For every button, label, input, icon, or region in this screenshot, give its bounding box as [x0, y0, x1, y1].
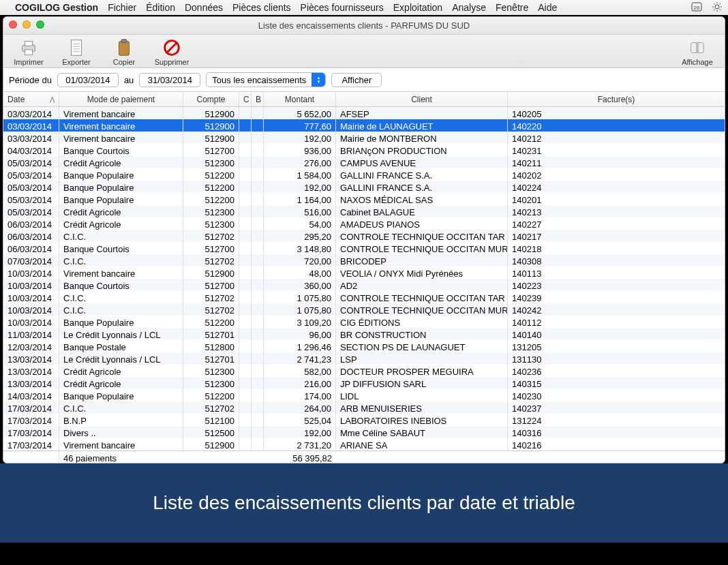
- sort-asc-icon: ⋀: [50, 96, 55, 103]
- table-row[interactable]: 03/03/2014Virement bancaire512900192,00M…: [3, 132, 725, 144]
- table-row[interactable]: 04/03/2014Banque Courtois512700936,00BRI…: [3, 144, 725, 156]
- menubar-item[interactable]: Édition: [146, 2, 175, 13]
- period-to-label: au: [124, 75, 134, 85]
- table-row[interactable]: 17/03/2014Divers ..512500192,00Mme Célin…: [3, 426, 725, 438]
- display-label: Affichage: [682, 58, 713, 66]
- print-button[interactable]: Imprimer: [9, 37, 48, 66]
- export-label: Exporter: [62, 58, 91, 66]
- period-from-label: Période du: [9, 75, 52, 85]
- table-header: Date⋀ Mode de paiement Compte C B Montan…: [3, 92, 725, 107]
- table-row[interactable]: 10/03/2014C.I.C.5127021 075,80CONTROLE T…: [3, 303, 725, 316]
- table-row[interactable]: 13/03/2014Crédit Agricole512300216,00JP …: [3, 377, 725, 389]
- system-menubar: COGILOG Gestion Fichier Édition Données …: [0, 0, 728, 15]
- print-label: Imprimer: [14, 58, 43, 66]
- svg-line-10: [714, 9, 715, 10]
- delete-label: Supprimer: [155, 58, 189, 66]
- col-b[interactable]: B: [252, 92, 264, 106]
- svg-rect-24: [696, 43, 699, 53]
- menubar-item[interactable]: Aide: [538, 2, 557, 13]
- gear-icon[interactable]: [712, 1, 723, 14]
- table-row[interactable]: 13/03/2014Crédit Agricole512300582,00DOC…: [3, 365, 725, 377]
- table-row[interactable]: 13/03/2014Le Crédit Lyonnais / LCL512701…: [3, 352, 725, 365]
- menubar-item[interactable]: Pièces clients: [232, 2, 291, 13]
- table-row[interactable]: 05/03/2014Banque Populaire512200192,00GA…: [3, 181, 725, 193]
- table-footer: 46 paiements 56 395,82: [3, 451, 725, 463]
- footer-count: 46 paiements: [59, 451, 183, 463]
- display-button[interactable]: Affichage: [676, 37, 719, 66]
- table-row[interactable]: 03/03/2014Virement bancaire512900777,60M…: [3, 119, 725, 132]
- svg-rect-12: [25, 42, 32, 46]
- table-row[interactable]: 06/03/2014C.I.C.512702295,20CONTROLE TEC…: [3, 230, 725, 242]
- col-factures[interactable]: Facture(s): [508, 92, 725, 106]
- calendar-icon[interactable]: 26: [691, 1, 702, 14]
- table-row[interactable]: 10/03/2014Virement bancaire51290048,00VE…: [3, 266, 725, 279]
- delete-button[interactable]: Supprimer: [152, 37, 192, 66]
- menubar-item[interactable]: Analyse: [452, 2, 486, 13]
- table-row[interactable]: 05/03/2014Banque Populaire5122001 164,00…: [3, 193, 725, 205]
- table-row[interactable]: 10/03/2014Banque Populaire5122003 109,20…: [3, 316, 725, 328]
- table-row[interactable]: 17/03/2014C.I.C.512702264,00ARB MENUISER…: [3, 401, 725, 414]
- toolbar: Imprimer Exporter Copier Supprimer Affic…: [3, 35, 725, 68]
- table-row[interactable]: 11/03/2014Le Crédit Lyonnais / LCL512701…: [3, 328, 725, 340]
- window-title: Liste des encaissements clients - PARFUM…: [258, 20, 470, 31]
- table-row[interactable]: 06/03/2014Banque Courtois5127003 148,80C…: [3, 242, 725, 254]
- svg-line-8: [720, 9, 721, 10]
- export-button[interactable]: Exporter: [57, 37, 96, 66]
- svg-line-22: [167, 43, 177, 53]
- table-body: 03/03/2014Virement bancaire5129005 652,0…: [3, 107, 725, 451]
- footer-total: 56 395,82: [264, 451, 336, 463]
- filter-bar: Période du au Tous les encaissements ▲▼ …: [3, 68, 725, 92]
- table-row[interactable]: 12/03/2014Banque Postale5128001 296,46SE…: [3, 340, 725, 352]
- col-montant[interactable]: Montant: [264, 92, 336, 106]
- printer-icon: [18, 37, 39, 58]
- svg-text:26: 26: [694, 5, 700, 11]
- table-row[interactable]: 17/03/2014B.N.P512100525,04LABORATOIRES …: [3, 414, 725, 426]
- copy-label: Copier: [113, 58, 135, 66]
- window-close-button[interactable]: [9, 20, 17, 29]
- svg-line-9: [720, 3, 721, 5]
- svg-line-7: [714, 3, 715, 5]
- forbidden-icon: [162, 37, 182, 58]
- slide-caption: Liste des encaissements clients par date…: [0, 463, 728, 543]
- table-row[interactable]: 05/03/2014Crédit Agricole512300276,00CAM…: [3, 156, 725, 168]
- date-from-input[interactable]: [57, 73, 119, 87]
- svg-rect-20: [121, 40, 127, 43]
- window-zoom-button[interactable]: [36, 20, 44, 29]
- copy-button[interactable]: Copier: [104, 37, 144, 66]
- table-row[interactable]: 10/03/2014Banque Courtois512700360,00AD2…: [3, 279, 725, 291]
- svg-rect-19: [119, 42, 130, 56]
- window-minimize-button[interactable]: [22, 20, 31, 29]
- clipboard-icon: [114, 37, 134, 58]
- col-mode[interactable]: Mode de paiement: [59, 92, 183, 106]
- table-row[interactable]: 17/03/2014Virement bancaire5129002 731,2…: [3, 438, 725, 451]
- switch-icon: [687, 37, 708, 58]
- col-c[interactable]: C: [239, 92, 252, 106]
- menubar-item[interactable]: Pièces fournisseurs: [301, 2, 384, 13]
- chevron-updown-icon: ▲▼: [312, 73, 325, 87]
- table-row[interactable]: 03/03/2014Virement bancaire5129005 652,0…: [3, 107, 725, 119]
- table-row[interactable]: 14/03/2014Banque Populaire512200174,00LI…: [3, 389, 725, 401]
- menubar-item[interactable]: Fenêtre: [496, 2, 528, 13]
- table-row[interactable]: 05/03/2014Banque Populaire5122001 584,00…: [3, 168, 725, 181]
- filter-select-value: Tous les encaissements: [212, 75, 306, 85]
- svg-rect-13: [25, 50, 32, 55]
- svg-point-2: [715, 5, 719, 9]
- col-client[interactable]: Client: [336, 92, 508, 106]
- svg-rect-14: [72, 40, 82, 56]
- table-row[interactable]: 06/03/2014Crédit Agricole51230054,00AMAD…: [3, 217, 725, 230]
- menubar-item[interactable]: Données: [185, 2, 223, 13]
- main-window: Liste des encaissements clients - PARFUM…: [3, 16, 725, 463]
- table-row[interactable]: 05/03/2014Crédit Agricole512300516,00Cab…: [3, 205, 725, 217]
- date-to-input[interactable]: [139, 73, 200, 87]
- menubar-item[interactable]: Exploitation: [393, 2, 442, 13]
- show-button[interactable]: Afficher: [331, 73, 382, 87]
- table-row[interactable]: 10/03/2014C.I.C.5127021 075,80CONTROLE T…: [3, 291, 725, 303]
- document-icon: [66, 37, 87, 58]
- col-date[interactable]: Date⋀: [3, 92, 59, 106]
- table-row[interactable]: 07/03/2014C.I.C.512702720,00BRICODEP1403…: [3, 254, 725, 266]
- window-titlebar: Liste des encaissements clients - PARFUM…: [3, 17, 725, 35]
- filter-select[interactable]: Tous les encaissements ▲▼: [206, 72, 326, 87]
- col-compte[interactable]: Compte: [183, 92, 239, 106]
- menubar-app-name[interactable]: COGILOG Gestion: [15, 2, 98, 13]
- menubar-item[interactable]: Fichier: [108, 2, 136, 13]
